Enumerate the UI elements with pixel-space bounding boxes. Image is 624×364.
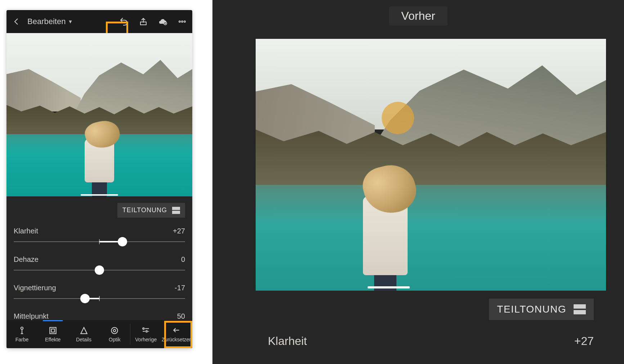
bottom-tab-bar: Farbe Effekte Details Optik Vorherige — [6, 320, 192, 348]
phone-mock: Bearbeiten ▼ — [6, 10, 192, 348]
slider-label: Mittelpunkt — [14, 312, 49, 320]
more-icon[interactable] — [176, 16, 188, 27]
svg-point-4 — [184, 21, 185, 22]
svg-point-5 — [21, 327, 23, 329]
slider-label: Vignettierung — [14, 284, 56, 292]
svg-point-12 — [146, 331, 147, 332]
slider-value: -17 — [175, 284, 185, 292]
slider-label: Klarheit — [14, 227, 38, 235]
svg-marker-8 — [81, 327, 87, 333]
exposure-strip — [81, 194, 118, 196]
before-label: Vorher — [401, 9, 435, 22]
slider-track[interactable] — [14, 237, 185, 247]
split-toning-button[interactable]: TEILTONUNG — [117, 203, 185, 218]
chevron-down-icon: ▼ — [68, 19, 73, 24]
split-toning-label: TEILTONUNG — [122, 206, 167, 214]
tab-label: Optik — [109, 337, 121, 342]
edit-mode-dropdown[interactable]: Bearbeiten ▼ — [27, 17, 73, 26]
edited-photo-preview[interactable] — [6, 33, 192, 196]
slider-value: 50 — [177, 312, 185, 320]
tab-label: Details — [76, 337, 91, 342]
split-toning-button[interactable]: TEILTONUNG — [489, 299, 594, 320]
split-toning-label: TEILTONUNG — [497, 304, 566, 315]
tab-label: Effekte — [45, 337, 60, 342]
cloud-add-icon[interactable] — [157, 16, 169, 27]
svg-point-11 — [143, 328, 144, 329]
slider-dehaze: Dehaze 0 — [14, 252, 185, 280]
original-photo-preview[interactable] — [256, 39, 606, 291]
back-icon[interactable] — [11, 16, 22, 27]
tab-zuruecksetzen[interactable]: Zurücksetzen — [161, 320, 192, 348]
detail-panel: Vorher TEILTONUNG Klarheit +27 — [212, 0, 624, 364]
tab-label: Vorherige — [135, 337, 157, 342]
undo-icon[interactable] — [118, 16, 130, 27]
edit-mode-label: Bearbeiten — [27, 17, 66, 26]
slider-value: +27 — [173, 227, 185, 235]
slider-track[interactable] — [14, 265, 185, 275]
tab-label: Zurücksetzen — [162, 337, 192, 342]
slider-value: 0 — [181, 255, 185, 264]
slider-track[interactable] — [14, 294, 185, 304]
svg-point-10 — [113, 329, 116, 332]
slider-label: Dehaze — [14, 255, 39, 264]
split-toning-icon — [172, 207, 180, 214]
svg-point-3 — [181, 21, 183, 22]
tab-farbe[interactable]: Farbe — [6, 320, 37, 348]
tab-label: Farbe — [15, 337, 29, 342]
detail-controls: TEILTONUNG Klarheit +27 — [256, 291, 606, 364]
exposure-strip — [368, 286, 410, 288]
slider-label: Klarheit — [268, 335, 307, 348]
share-icon[interactable] — [138, 16, 149, 27]
tab-details[interactable]: Details — [68, 320, 99, 348]
slider-mittelpunkt: Mittelpunkt 50 — [14, 309, 185, 320]
slider-vignettierung: Vignettierung -17 — [14, 280, 185, 309]
slider-klarheit: Klarheit +27 — [14, 223, 185, 252]
svg-point-2 — [179, 21, 180, 22]
svg-point-9 — [112, 327, 118, 333]
effects-panel: TEILTONUNG Klarheit +27 Dehaze 0 — [6, 196, 192, 320]
svg-rect-7 — [51, 329, 54, 332]
slider-klarheit-large: Klarheit +27 — [256, 324, 606, 348]
tab-effekte[interactable]: Effekte — [37, 320, 68, 348]
tab-optik[interactable]: Optik — [99, 320, 130, 348]
svg-rect-6 — [50, 327, 56, 333]
slider-value: +27 — [574, 335, 594, 348]
split-toning-icon — [574, 304, 586, 314]
before-badge: Vorher — [389, 6, 447, 26]
touch-indicator-dot — [382, 102, 414, 134]
tab-vorherige[interactable]: Vorherige — [130, 320, 161, 348]
top-bar: Bearbeiten ▼ — [6, 10, 192, 33]
